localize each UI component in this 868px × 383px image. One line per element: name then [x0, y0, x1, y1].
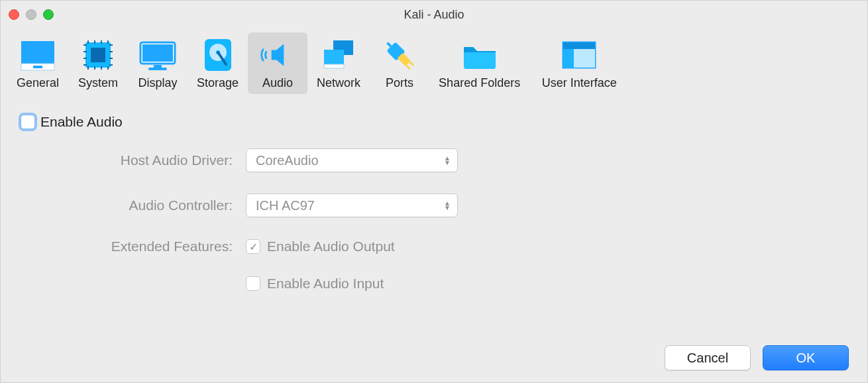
svg-rect-4	[91, 48, 105, 62]
folder-icon	[461, 36, 498, 74]
svg-rect-37	[563, 42, 595, 49]
minimize-window-button[interactable]	[26, 9, 36, 20]
enable-audio-output-label: Enable Audio Output	[267, 239, 395, 254]
tab-label: Shared Folders	[439, 76, 520, 90]
tab-label: User Interface	[542, 76, 617, 90]
enable-audio-label: Enable Audio	[40, 114, 123, 130]
chevron-updown-icon: ▲▼	[444, 201, 451, 210]
zoom-window-button[interactable]	[43, 9, 54, 20]
tab-label: Storage	[197, 76, 239, 90]
tab-system[interactable]: System	[68, 32, 128, 94]
settings-toolbar: General System	[1, 28, 867, 98]
svg-line-35	[388, 43, 391, 46]
audio-controller-select[interactable]: ICH AC97 ▲▼	[246, 193, 458, 217]
storage-icon	[199, 36, 237, 74]
window-controls	[9, 9, 54, 20]
tab-shared-folders[interactable]: Shared Folders	[429, 32, 529, 94]
tab-label: Ports	[386, 76, 413, 90]
svg-rect-38	[563, 49, 574, 68]
checkmark-icon: ✓	[249, 241, 258, 253]
user-interface-icon	[561, 36, 598, 74]
general-icon	[19, 36, 56, 74]
cancel-button[interactable]: Cancel	[665, 345, 751, 370]
tab-label: Audio	[262, 76, 293, 90]
audio-controller-label: Audio Controller:	[21, 197, 233, 213]
tab-ports[interactable]: Ports	[370, 32, 429, 94]
display-icon	[139, 36, 176, 74]
tab-label: Display	[138, 76, 178, 90]
svg-line-34	[406, 66, 409, 69]
tab-user-interface[interactable]: User Interface	[529, 32, 629, 94]
svg-rect-23	[154, 65, 162, 68]
audio-settings-pane: Enable Audio Host Audio Driver: CoreAudi…	[1, 98, 867, 382]
tab-display[interactable]: Display	[128, 32, 188, 94]
svg-rect-24	[148, 68, 167, 70]
close-window-button[interactable]	[9, 9, 19, 20]
host-audio-driver-label: Host Audio Driver:	[21, 152, 233, 168]
enable-audio-input-checkbox[interactable]	[246, 276, 260, 291]
settings-window: Kali - Audio General	[0, 0, 868, 383]
svg-rect-22	[142, 44, 173, 62]
tab-network[interactable]: Network	[307, 32, 370, 94]
tab-storage[interactable]: Storage	[188, 32, 248, 94]
tab-general[interactable]: General	[7, 32, 68, 94]
dialog-buttons: Cancel OK	[665, 345, 849, 370]
network-icon	[320, 36, 357, 74]
enable-audio-output-checkbox[interactable]: ✓	[246, 239, 260, 254]
tab-audio[interactable]: Audio	[248, 32, 307, 94]
chevron-updown-icon: ▲▼	[444, 156, 451, 165]
svg-rect-30	[324, 64, 344, 68]
svg-line-33	[410, 62, 413, 65]
enable-audio-input-label: Enable Audio Input	[267, 276, 384, 292]
host-audio-driver-value: CoreAudio	[256, 153, 319, 168]
svg-rect-0	[21, 41, 54, 64]
svg-rect-2	[33, 66, 42, 68]
titlebar: Kali - Audio	[1, 1, 867, 28]
tab-label: System	[78, 76, 118, 90]
enable-audio-checkbox[interactable]	[21, 115, 35, 129]
extended-features-label: Extended Features:	[21, 239, 233, 254]
tab-label: General	[17, 76, 59, 90]
ports-icon	[381, 36, 418, 74]
system-icon	[80, 36, 117, 74]
ok-button[interactable]: OK	[763, 345, 849, 370]
host-audio-driver-select[interactable]: CoreAudio ▲▼	[246, 148, 458, 172]
audio-icon	[259, 36, 296, 74]
tab-label: Network	[317, 76, 360, 90]
svg-rect-39	[574, 49, 595, 68]
audio-controller-value: ICH AC97	[256, 198, 315, 213]
svg-rect-29	[324, 50, 344, 64]
window-title: Kali - Audio	[1, 8, 867, 22]
